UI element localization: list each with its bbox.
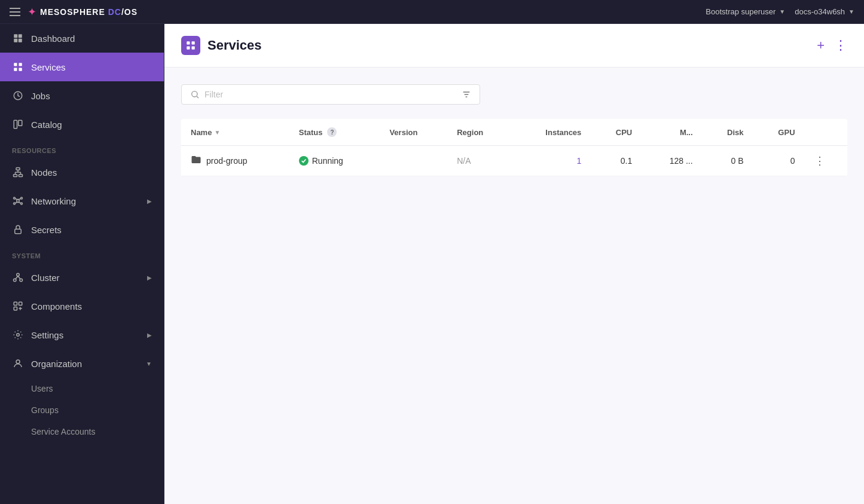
row-memory-cell: 128 ...	[642, 146, 702, 176]
row-region-cell: N/A	[447, 146, 512, 176]
topbar-left: ✦ MESOSPHERE DC/OS	[10, 5, 138, 19]
page-header: Services + ⋮	[164, 24, 864, 68]
svg-point-18	[17, 200, 20, 203]
col-instances: Instances	[512, 119, 591, 146]
table-row: prod-group Running	[181, 146, 847, 176]
org-icon	[12, 358, 24, 369]
cluster-menu[interactable]: docs-o34w6sh ▼	[795, 7, 854, 16]
row-instances-link[interactable]: 1	[577, 156, 582, 166]
col-region: Region	[447, 119, 512, 146]
user-caret-icon: ▼	[779, 8, 785, 15]
row-name-cell: prod-group	[181, 146, 289, 176]
svg-line-24	[18, 198, 21, 200]
sidebar-item-dashboard[interactable]: Dashboard	[0, 24, 164, 53]
row-name-text[interactable]: prod-group	[206, 156, 248, 166]
svg-rect-2	[14, 39, 17, 42]
sidebar-sub-item-users[interactable]: Users	[0, 378, 164, 399]
sidebar-item-catalog-label: Catalog	[31, 120, 62, 130]
svg-rect-13	[19, 175, 23, 177]
sidebar-item-organization-label: Organization	[31, 359, 82, 369]
services-table-container: Name ▼ Status ? Ver	[181, 119, 847, 176]
networking-icon	[12, 195, 24, 207]
nodes-icon	[12, 166, 24, 178]
svg-rect-6	[14, 68, 17, 71]
sidebar-sub-item-users-label: Users	[31, 384, 53, 393]
row-gpu-text: 0	[790, 156, 795, 166]
svg-line-25	[15, 202, 18, 203]
svg-point-30	[20, 279, 23, 282]
col-gpu: GPU	[753, 119, 805, 146]
sidebar-sub-item-groups[interactable]: Groups	[0, 399, 164, 421]
row-gpu-cell: 0	[753, 146, 805, 176]
svg-rect-11	[16, 168, 20, 170]
col-status: Status ?	[289, 119, 380, 146]
cluster-arrow-icon: ▶	[147, 274, 152, 281]
org-arrow-icon: ▼	[146, 361, 152, 367]
row-status-cell: Running	[289, 146, 380, 176]
sidebar-sub-item-groups-label: Groups	[31, 405, 59, 415]
filter-input[interactable]	[204, 90, 457, 99]
sidebar-item-secrets[interactable]: Secrets	[0, 215, 164, 244]
page-header-left: Services	[181, 36, 262, 55]
cluster-caret-icon: ▼	[848, 8, 854, 15]
col-memory: M...	[642, 119, 702, 146]
jobs-icon	[12, 90, 24, 102]
logo-icon: ✦	[28, 5, 36, 19]
col-cpu: CPU	[591, 119, 642, 146]
main-content: Services + ⋮	[164, 24, 864, 504]
more-actions-button[interactable]: ⋮	[834, 38, 847, 53]
svg-line-45	[197, 96, 199, 98]
col-name[interactable]: Name ▼	[181, 119, 289, 146]
cluster-label: docs-o34w6sh	[795, 7, 845, 16]
row-actions-button[interactable]: ⋮	[814, 155, 825, 167]
row-disk-text: 0 B	[731, 156, 744, 166]
catalog-icon	[12, 118, 24, 130]
filter-icon-button[interactable]	[462, 90, 471, 99]
sidebar-item-settings[interactable]: Settings ▶	[0, 320, 164, 349]
sidebar-item-settings-label: Settings	[31, 330, 63, 340]
user-label: Bootstrap superuser	[706, 7, 776, 16]
search-icon	[190, 90, 200, 99]
sidebar-sub-item-service-accounts-label: Service Accounts	[31, 427, 95, 436]
dashboard-icon	[12, 32, 24, 44]
filter-icon	[462, 90, 471, 99]
sidebar-item-services-label: Services	[31, 62, 66, 72]
services-icon	[12, 61, 24, 73]
add-service-button[interactable]: +	[817, 38, 825, 53]
sidebar-sub-item-service-accounts[interactable]: Service Accounts	[0, 421, 164, 442]
user-menu[interactable]: Bootstrap superuser ▼	[706, 7, 785, 16]
sidebar-item-catalog[interactable]: Catalog	[0, 110, 164, 139]
svg-line-23	[15, 198, 18, 200]
svg-point-44	[192, 91, 197, 97]
svg-rect-0	[14, 34, 17, 38]
status-text: Running	[312, 156, 343, 166]
svg-rect-35	[14, 307, 17, 310]
networking-arrow-icon: ▶	[147, 198, 152, 204]
sidebar-item-networking[interactable]: Networking ▶	[0, 187, 164, 215]
sidebar-item-organization[interactable]: Organization ▼	[0, 349, 164, 378]
svg-rect-12	[14, 175, 17, 177]
status-help-icon[interactable]: ?	[327, 127, 337, 137]
sidebar-item-nodes[interactable]: Nodes	[0, 158, 164, 187]
row-disk-cell: 0 B	[703, 146, 753, 176]
resources-section-label: Resources	[0, 139, 164, 158]
sidebar-item-services[interactable]: Services	[0, 53, 164, 81]
svg-rect-43	[192, 47, 195, 50]
status-running-icon	[299, 156, 309, 166]
table-header: Name ▼ Status ? Ver	[181, 119, 847, 146]
topbar: ✦ MESOSPHERE DC/OS Bootstrap superuser ▼…	[0, 0, 864, 24]
cluster-icon	[12, 271, 24, 283]
services-table: Name ▼ Status ? Ver	[181, 119, 847, 176]
hamburger-menu[interactable]	[10, 8, 20, 16]
row-cpu-text: 0.1	[621, 156, 632, 166]
logo: ✦ MESOSPHERE DC/OS	[28, 5, 138, 19]
row-version-cell	[380, 146, 447, 176]
sidebar-item-jobs[interactable]: Jobs	[0, 81, 164, 110]
system-section-label: System	[0, 244, 164, 263]
row-actions-cell: ⋮	[805, 146, 847, 176]
sidebar-item-cluster[interactable]: Cluster ▶	[0, 263, 164, 292]
page-header-actions: + ⋮	[817, 38, 847, 53]
settings-arrow-icon: ▶	[147, 332, 152, 338]
sidebar-item-components[interactable]: Components	[0, 292, 164, 320]
sidebar-item-dashboard-label: Dashboard	[31, 33, 75, 44]
